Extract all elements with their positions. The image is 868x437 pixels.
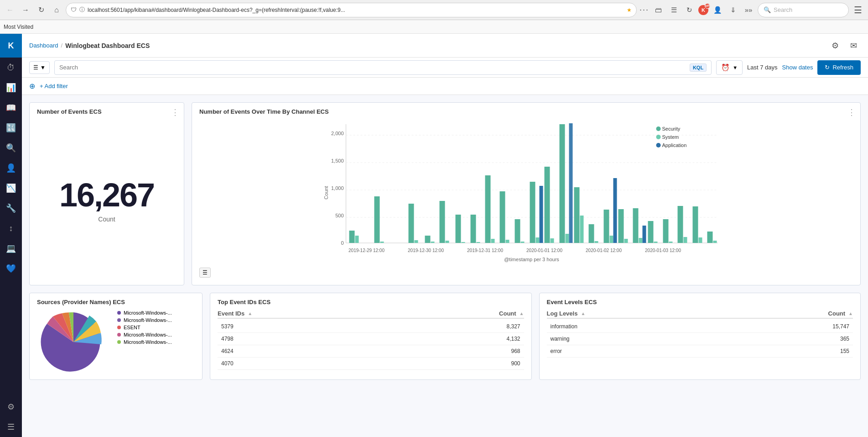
browser-search-bar[interactable]: 🔍 Search: [758, 3, 849, 17]
svg-text:2019-12-31 12:00: 2019-12-31 12:00: [467, 248, 503, 253]
svg-rect-47: [613, 178, 617, 243]
svg-rect-55: [663, 219, 669, 243]
svg-rect-38: [560, 124, 565, 243]
svg-text:2019-12-30 12:00: 2019-12-30 12:00: [408, 248, 444, 253]
pie-label: Microsoft-Windows-...: [124, 339, 172, 345]
kql-badge[interactable]: KQL: [690, 63, 707, 72]
events-over-time-panel: Number of Events Over Time By Channel EC…: [192, 102, 861, 285]
browser-more-button[interactable]: ···: [639, 5, 649, 15]
svg-rect-51: [639, 238, 643, 243]
sort-count-icon[interactable]: ▲: [520, 311, 524, 316]
chart-container: 0 500 1,000 1,500 2,000: [199, 120, 853, 275]
top-bar-right: ⚙ ✉: [828, 38, 861, 53]
sidebar-item-canvas[interactable]: 📖: [0, 98, 22, 118]
sidebar-item-metrics[interactable]: 📉: [0, 178, 22, 198]
sidebar-item-management[interactable]: ⚙: [0, 397, 22, 417]
sidebar-item-observability[interactable]: 💙: [0, 258, 22, 279]
event-ids-table-scroll[interactable]: 5379 8,327 4798 4,132 4624 968: [218, 321, 524, 370]
svg-rect-56: [669, 242, 673, 243]
sidebar-item-discover[interactable]: 🔍: [0, 138, 22, 158]
svg-rect-29: [500, 191, 505, 243]
forward-button[interactable]: →: [19, 4, 32, 16]
bottom-row: Sources (Provider Names) ECS: [29, 293, 861, 380]
svg-rect-21: [440, 201, 445, 243]
level-cell: warning: [547, 333, 727, 345]
breadcrumb-parent[interactable]: Dashboard: [29, 42, 58, 49]
sidebar-item-maps[interactable]: 🔣: [0, 118, 22, 138]
reload-button[interactable]: ↻: [35, 4, 47, 16]
sidebar-item-apm[interactable]: 💻: [0, 238, 22, 258]
col-event-ids: Event IDs: [218, 310, 244, 317]
filter-toggle-button[interactable]: ☰ ▼: [29, 61, 50, 74]
pie-legend-item: Microsoft-Windows-...: [117, 310, 172, 316]
events-count-value: 16,267: [59, 176, 154, 214]
maps-icon: 🔣: [6, 123, 16, 133]
search-input[interactable]: [59, 64, 686, 71]
table-row: 4798 4,132: [218, 333, 524, 345]
pie-dot: [117, 326, 121, 329]
svg-point-72: [656, 135, 661, 139]
add-filter-button[interactable]: + Add filter: [40, 83, 68, 90]
show-table-button[interactable]: ☰: [199, 268, 211, 278]
pocket-icon[interactable]: 🗃: [652, 4, 665, 16]
pie-dot: [117, 311, 121, 315]
svg-rect-62: [713, 241, 717, 243]
sources-panel: Sources (Provider Names) ECS: [29, 293, 203, 380]
pie-legend-item: Microsoft-Windows-...: [117, 317, 172, 323]
sidebar-item-dashboard[interactable]: 📊: [0, 78, 22, 98]
gear-icon: ⚙: [7, 402, 15, 412]
svg-rect-39: [566, 234, 569, 243]
back-button[interactable]: ←: [4, 4, 16, 16]
count-cell: 900: [365, 358, 524, 370]
sources-title: Sources (Provider Names) ECS: [37, 299, 195, 305]
col-count-levels: Count: [828, 310, 846, 317]
sort-event-ids-icon[interactable]: ▲: [248, 311, 252, 316]
table-row: information 15,747: [547, 321, 853, 333]
svg-text:@timestamp per 3 hours: @timestamp per 3 hours: [504, 257, 559, 262]
events-over-time-menu[interactable]: ⋮: [847, 107, 856, 117]
top-event-ids-panel: Top Event IDs ECS Event IDs ▲ Count ▲: [210, 293, 532, 380]
download-icon[interactable]: ⇓: [727, 4, 739, 16]
events-count-menu[interactable]: ⋮: [171, 107, 179, 117]
show-dates-button[interactable]: Show dates: [782, 64, 813, 71]
user-avatar[interactable]: K off: [698, 5, 708, 15]
sidebar-panel-icon[interactable]: ☰: [667, 4, 680, 16]
table-row: warning 365: [547, 333, 853, 345]
sort-count-levels-icon[interactable]: ▲: [848, 311, 853, 316]
extensions-icon[interactable]: »»: [742, 4, 755, 16]
chart-table-icon[interactable]: ☰: [199, 268, 211, 278]
time-filter[interactable]: ⏰ ▼: [716, 60, 743, 75]
svg-rect-58: [684, 237, 687, 243]
sidebar-item-recent[interactable]: ⏱: [0, 58, 22, 78]
svg-rect-59: [693, 206, 698, 243]
sort-log-levels-icon[interactable]: ▲: [581, 311, 585, 316]
sidebar-item-menu[interactable]: ☰: [0, 417, 22, 437]
sync-icon[interactable]: ↻: [683, 4, 696, 16]
time-dropdown-icon: ▼: [733, 65, 738, 70]
svg-text:0: 0: [341, 240, 343, 246]
svg-rect-54: [654, 242, 658, 243]
svg-rect-57: [678, 206, 683, 243]
svg-rect-46: [610, 236, 613, 243]
refresh-button[interactable]: ↻ Refresh: [817, 60, 861, 75]
kibana-logo[interactable]: K: [0, 34, 22, 58]
sidebar-item-devtools[interactable]: 🔧: [0, 198, 22, 218]
home-button[interactable]: ⌂: [50, 4, 63, 16]
settings-button[interactable]: ⚙: [828, 38, 842, 53]
svg-rect-42: [580, 216, 584, 243]
search-input-wrap[interactable]: KQL: [54, 60, 712, 75]
dashboard-body: Number of Events ECS ⋮ 16,267 Count Numb…: [22, 95, 868, 437]
sidebar-item-uptime[interactable]: ↕: [0, 218, 22, 238]
count-cell: 155: [727, 345, 853, 358]
svg-text:500: 500: [335, 213, 343, 218]
table-row: 4070 900: [218, 358, 524, 370]
settings-icon: ⚙: [832, 41, 839, 51]
url-bar[interactable]: 🛡 ⓘ localhost:5601/app/kibana#/dashboard…: [66, 3, 637, 17]
account-icon[interactable]: 👤: [711, 4, 724, 16]
mail-button[interactable]: ✉: [846, 38, 861, 53]
svg-rect-49: [624, 239, 628, 243]
sidebar-item-users[interactable]: 👤: [0, 158, 22, 178]
menu-icon: ☰: [7, 422, 15, 432]
hamburger-menu[interactable]: ☰: [852, 4, 864, 16]
devtools-icon: 🔧: [6, 203, 16, 213]
